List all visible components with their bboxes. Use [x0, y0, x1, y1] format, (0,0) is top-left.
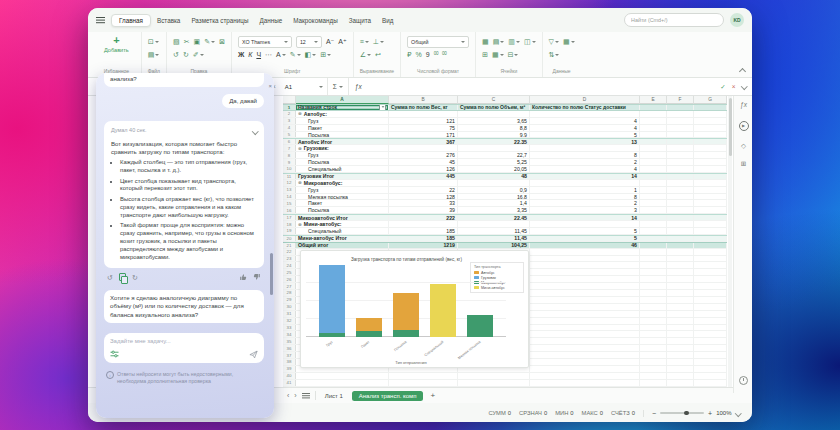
cell-E8[interactable] — [640, 152, 667, 158]
expand-group-icon[interactable]: ⊕ — [298, 222, 302, 227]
row-header-20[interactable]: 20 — [283, 236, 296, 241]
cell-E12[interactable] — [640, 180, 667, 186]
insert-rows-icon[interactable]: ▤ — [493, 38, 505, 45]
cell-G27[interactable] — [694, 283, 727, 289]
row-header-2[interactable]: 2 — [283, 111, 296, 117]
cell-E17[interactable] — [640, 215, 667, 220]
font-family-select[interactable]: XO Thames — [238, 36, 292, 48]
fill-color-icon[interactable]: ◧ — [305, 51, 317, 58]
cell-A7[interactable]: ⊕Грузовик: — [296, 145, 389, 151]
cell-D33[interactable] — [530, 325, 640, 331]
row-header-23[interactable]: 23 — [283, 256, 296, 262]
cell-E18[interactable] — [640, 221, 667, 227]
cell-A5[interactable]: Посылка — [296, 132, 389, 138]
cell-G16[interactable] — [694, 207, 727, 213]
cell-G37[interactable] — [694, 352, 727, 358]
column-header-F[interactable]: F — [667, 96, 694, 104]
row-header-40[interactable]: 40 — [283, 373, 296, 379]
cell-D32[interactable] — [530, 318, 640, 324]
cell-A3[interactable]: Груз — [296, 118, 389, 124]
row-header-6[interactable]: 6 — [283, 139, 296, 144]
cell-B7[interactable] — [389, 145, 458, 151]
row-header-33[interactable]: 33 — [283, 325, 296, 331]
cell-E2[interactable] — [640, 111, 667, 117]
cell-F30[interactable] — [667, 304, 694, 310]
cell-G6[interactable] — [694, 139, 727, 144]
cell-G8[interactable] — [694, 152, 727, 158]
regenerate-icon[interactable]: ↺ — [107, 274, 113, 281]
cell-F16[interactable] — [667, 207, 694, 213]
cell-G28[interactable] — [694, 290, 727, 296]
cell-B4[interactable]: 75 — [389, 125, 458, 131]
decrease-decimal-icon[interactable]: 00 — [442, 52, 446, 57]
cell-C41[interactable] — [458, 380, 530, 386]
row-header-1[interactable]: 1 — [283, 105, 296, 110]
cell-D25[interactable] — [530, 269, 640, 275]
cell-G40[interactable] — [694, 373, 727, 379]
cell-G36[interactable] — [694, 345, 727, 351]
cell-E20[interactable] — [640, 236, 667, 241]
cell-B20[interactable]: 185 — [389, 236, 458, 241]
formula-input[interactable] — [368, 78, 721, 95]
avatar[interactable]: KD — [730, 13, 744, 27]
row-header-31[interactable]: 31 — [283, 311, 296, 317]
cell-E41[interactable] — [640, 380, 667, 386]
cell-E38[interactable] — [640, 359, 667, 365]
cell-C10[interactable]: 20,05 — [458, 166, 530, 172]
row-header-38[interactable]: 38 — [283, 359, 296, 365]
cell-E14[interactable] — [640, 194, 667, 200]
cell-C15[interactable]: 1,4 — [458, 200, 530, 206]
prev-sheet-icon[interactable]: ‹ — [287, 392, 289, 399]
cell-A10[interactable]: Специальный — [296, 166, 389, 172]
cell-G23[interactable] — [694, 256, 727, 262]
cell-D14[interactable]: 8 — [530, 194, 640, 200]
cell-B15[interactable]: 33 — [389, 200, 458, 206]
increase-decimal-icon[interactable]: 00 — [434, 52, 438, 57]
collapse-thinking-icon[interactable] — [252, 128, 258, 134]
cell-G13[interactable] — [694, 187, 727, 193]
row-header-3[interactable]: 3 — [283, 118, 296, 124]
cell-D31[interactable] — [530, 311, 640, 317]
cell-F24[interactable] — [667, 262, 694, 268]
cell-E31[interactable] — [640, 311, 667, 317]
cell-D26[interactable] — [530, 276, 640, 282]
vertical-scrollbar[interactable] — [728, 96, 732, 387]
cell-A13[interactable]: Груз — [296, 187, 389, 193]
cell-D10[interactable]: 4 — [530, 166, 640, 172]
cell-E10[interactable] — [640, 166, 667, 172]
row-header-22[interactable]: 22 — [283, 249, 296, 255]
cell-F13[interactable] — [667, 187, 694, 193]
cell-A8[interactable]: Груз — [296, 152, 389, 158]
cell-G34[interactable] — [694, 331, 727, 337]
cell-E4[interactable] — [640, 125, 667, 131]
cell-B10[interactable]: 126 — [389, 166, 458, 172]
cell-D17[interactable]: 14 — [530, 215, 640, 220]
cell-C21[interactable]: 104,25 — [458, 243, 530, 248]
select-all-corner[interactable] — [283, 96, 296, 104]
cell-C17[interactable]: 22,45 — [458, 215, 530, 220]
cell-G18[interactable] — [694, 221, 727, 227]
cell-E40[interactable] — [640, 373, 667, 379]
underline-icon[interactable]: Ч — [256, 51, 261, 58]
cell-G26[interactable] — [694, 276, 727, 282]
cell-E37[interactable] — [640, 352, 667, 358]
send-icon[interactable] — [249, 350, 258, 359]
freeze-panes-icon[interactable]: ▦ — [482, 38, 489, 45]
cell-G15[interactable] — [694, 200, 727, 206]
cell-D7[interactable] — [530, 145, 640, 151]
cell-C12[interactable] — [458, 180, 530, 186]
menu-tab-Макрокоманды[interactable]: Макрокоманды — [288, 14, 342, 26]
row-header-11[interactable]: 11 — [283, 174, 296, 179]
cell-F20[interactable] — [667, 236, 694, 241]
cell-B16[interactable]: 39 — [389, 207, 458, 213]
cell-D35[interactable] — [530, 338, 640, 344]
zoom-in-icon[interactable]: + — [708, 410, 712, 417]
zoom-slider[interactable] — [660, 412, 704, 414]
cell-D28[interactable] — [530, 290, 640, 296]
cell-B9[interactable]: 45 — [389, 159, 458, 165]
cell-D9[interactable]: 2 — [530, 159, 640, 165]
expand-group-icon[interactable]: ⊕ — [298, 111, 302, 116]
search-input[interactable] — [624, 13, 724, 27]
cell-F4[interactable] — [667, 125, 694, 131]
cell-D18[interactable] — [530, 221, 640, 227]
